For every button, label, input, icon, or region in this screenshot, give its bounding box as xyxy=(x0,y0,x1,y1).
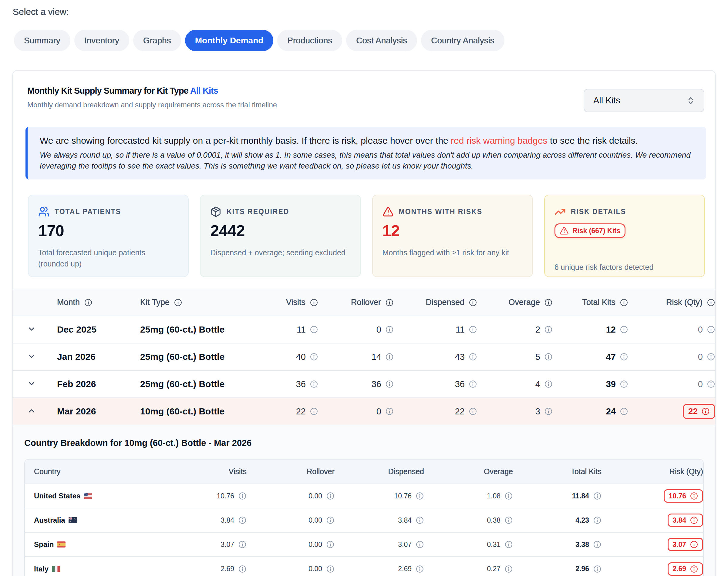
info-icon[interactable] xyxy=(385,352,394,361)
info-icon[interactable] xyxy=(238,492,247,500)
total-kits-cell: 2.96 xyxy=(513,556,601,576)
risk-qty-cell: 0 0 xyxy=(628,343,715,371)
info-icon[interactable] xyxy=(310,380,318,388)
risk-badge-cell: 3.84 xyxy=(601,514,703,527)
info-icon[interactable] xyxy=(174,298,182,307)
monthly-table-row[interactable]: Feb 2026 25mg (60-ct.) Bottle 36 36 36 4… xyxy=(13,371,715,398)
info-icon[interactable] xyxy=(469,352,477,361)
info-icon[interactable] xyxy=(238,540,247,549)
info-icon[interactable] xyxy=(469,380,477,388)
total-kits-cell: 12 xyxy=(553,316,628,343)
info-icon[interactable] xyxy=(593,540,601,549)
chevron-up-icon[interactable] xyxy=(27,406,36,415)
info-icon[interactable] xyxy=(593,492,601,500)
info-icon[interactable] xyxy=(385,407,394,415)
info-icon[interactable] xyxy=(469,298,477,307)
info-icon[interactable] xyxy=(690,492,698,500)
info-icon[interactable] xyxy=(544,325,553,334)
info-icon[interactable] xyxy=(326,540,335,549)
risk-quantity-badge[interactable]: 3.84 xyxy=(668,514,703,527)
monthly-table-row[interactable]: Mar 2026 10mg (60-ct.) Bottle 22 0 22 3 … xyxy=(13,398,715,425)
users-icon xyxy=(38,206,50,218)
column-header-inner: Kit Type xyxy=(140,298,182,307)
kit-type-select[interactable]: All Kits xyxy=(584,89,704,112)
info-icon[interactable] xyxy=(469,407,477,415)
info-icon[interactable] xyxy=(469,325,477,334)
chevron-down-icon[interactable] xyxy=(27,324,36,334)
info-icon[interactable] xyxy=(504,540,513,549)
total-kits-cell: 39 xyxy=(553,371,628,398)
info-icon[interactable] xyxy=(238,565,247,573)
country-table-row[interactable]: Italy 2.69 0.00 2.69 0.27 2.96 2.69 xyxy=(25,556,703,576)
info-icon[interactable] xyxy=(620,325,628,334)
overage-cell: 5 xyxy=(477,343,553,371)
info-icon[interactable] xyxy=(385,380,394,388)
info-icon[interactable] xyxy=(593,516,601,524)
info-icon[interactable] xyxy=(544,352,553,361)
info-icon[interactable] xyxy=(416,565,424,573)
rollover-cell: 0.00 xyxy=(247,556,335,576)
info-icon[interactable] xyxy=(326,492,335,500)
country-table-row[interactable]: Australia 3.84 0.00 3.84 0.38 4.23 3.84 xyxy=(25,508,703,532)
info-icon[interactable] xyxy=(544,407,553,415)
info-icon[interactable] xyxy=(690,516,698,524)
info-icon[interactable] xyxy=(326,516,335,524)
country-table-row[interactable]: Spain 3.07 0.00 3.07 0.31 3.38 3.07 xyxy=(25,532,703,556)
risk-quantity-badge[interactable]: 3.07 xyxy=(668,538,703,551)
tab-country-analysis[interactable]: Country Analysis xyxy=(421,30,504,51)
info-icon[interactable] xyxy=(701,407,710,415)
info-icon[interactable] xyxy=(593,565,601,573)
tab-graphs[interactable]: Graphs xyxy=(133,30,181,51)
info-icon[interactable] xyxy=(504,516,513,524)
info-icon[interactable] xyxy=(326,565,335,573)
info-icon[interactable] xyxy=(620,352,628,361)
tab-inventory[interactable]: Inventory xyxy=(74,30,129,51)
country-cell: Spain xyxy=(25,532,157,556)
total-kits-value: 39 xyxy=(606,379,616,389)
card-header: Monthly Kit Supply Summary for Kit Type … xyxy=(13,70,715,112)
risk-quantity-badge[interactable]: 10.76 xyxy=(664,489,703,502)
tab-productions[interactable]: Productions xyxy=(277,30,342,51)
info-icon[interactable] xyxy=(385,325,394,334)
info-icon[interactable] xyxy=(385,298,394,307)
info-icon[interactable] xyxy=(690,565,698,573)
info-icon[interactable] xyxy=(504,565,513,573)
month-cell: Feb 2026 xyxy=(46,371,131,398)
info-icon[interactable] xyxy=(416,516,424,524)
info-icon[interactable] xyxy=(84,298,92,307)
monthly-table-row[interactable]: Jan 2026 25mg (60-ct.) Bottle 40 14 43 5… xyxy=(13,343,715,371)
info-icon[interactable] xyxy=(707,325,715,334)
country-table-row[interactable]: United States 10.76 0.00 10.76 1.08 11.8… xyxy=(25,484,703,508)
info-icon[interactable] xyxy=(707,380,715,388)
tab-monthly-demand[interactable]: Monthly Demand xyxy=(185,30,274,51)
chevron-down-icon[interactable] xyxy=(27,352,36,361)
info-icon[interactable] xyxy=(416,492,424,500)
info-icon[interactable] xyxy=(707,352,715,361)
info-icon[interactable] xyxy=(416,540,424,549)
chevron-down-icon[interactable] xyxy=(27,379,36,388)
info-icon[interactable] xyxy=(504,492,513,500)
risk-kits-badge[interactable]: Risk (667) Kits xyxy=(555,224,626,238)
info-icon[interactable] xyxy=(310,298,318,307)
monthly-table-row[interactable]: Dec 2025 25mg (60-ct.) Bottle 11 0 11 2 … xyxy=(13,316,715,343)
info-icon[interactable] xyxy=(690,540,698,549)
info-icon[interactable] xyxy=(238,516,247,524)
info-icon[interactable] xyxy=(707,298,715,307)
tab-cost-analysis[interactable]: Cost Analysis xyxy=(346,30,417,51)
info-icon[interactable] xyxy=(544,380,553,388)
visits-cell: 11 xyxy=(231,316,318,343)
dispensed-value: 11 xyxy=(456,325,465,335)
info-icon[interactable] xyxy=(310,407,318,415)
info-icon[interactable] xyxy=(620,298,628,307)
numeric-cell-inner: 3.84 xyxy=(157,516,247,524)
info-icon[interactable] xyxy=(620,380,628,388)
numeric-cell-inner: 36 xyxy=(318,379,394,389)
info-icon[interactable] xyxy=(544,298,553,307)
info-icon[interactable] xyxy=(310,352,318,361)
total-kits-value: 24 xyxy=(606,406,616,416)
tab-summary[interactable]: Summary xyxy=(14,30,71,51)
info-icon[interactable] xyxy=(620,407,628,415)
risk-quantity-badge[interactable]: 22 xyxy=(683,404,715,419)
risk-quantity-badge[interactable]: 2.69 xyxy=(668,563,703,576)
info-icon[interactable] xyxy=(310,325,318,334)
